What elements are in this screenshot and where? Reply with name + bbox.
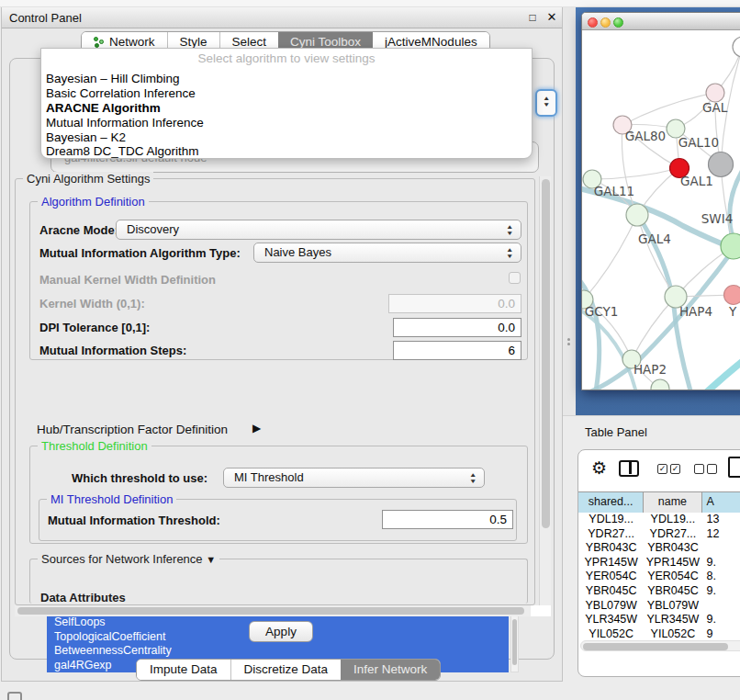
network-node[interactable] xyxy=(706,84,724,102)
combo-stepper-icon: ▲▼ xyxy=(506,223,514,236)
cyni-algorithm-settings-group: Cyni Algorithm Settings Algorithm Defini… xyxy=(15,178,535,605)
table-cell: YDL19... xyxy=(578,513,644,527)
algorithm-dropdown-popup: Select algorithm to view settings Bayesi… xyxy=(40,48,533,159)
algorithm-definition-group: Algorithm Definition Aracne Mode: Discov… xyxy=(29,201,528,360)
which-threshold-combo[interactable]: MI Threshold ▲▼ xyxy=(223,468,485,488)
which-threshold-label: Which threshold to use: xyxy=(72,471,207,485)
gear-icon[interactable]: ⚙ xyxy=(591,457,607,479)
splitter-handle[interactable] xyxy=(567,338,571,347)
mi-type-combo[interactable]: Naive Bayes ▲▼ xyxy=(253,243,521,263)
algorithm-option[interactable]: Mutual Information Inference xyxy=(44,116,529,130)
table-row[interactable]: YBR043CYBR043C xyxy=(578,541,740,556)
tab-discretize-data[interactable]: Discretize Data xyxy=(230,660,342,680)
network-node[interactable] xyxy=(733,37,740,57)
network-edge xyxy=(584,215,637,299)
close-traffic-light[interactable] xyxy=(588,17,598,28)
table-cell: YLR345W xyxy=(644,613,701,627)
table-horizontal-scrollbar[interactable] xyxy=(580,640,740,651)
kernel-width-label: Kernel Width (0,1): xyxy=(39,297,145,310)
algorithm-definition-title: Algorithm Definition xyxy=(38,195,149,209)
apply-button[interactable]: Apply xyxy=(249,621,313,642)
network-node[interactable] xyxy=(709,152,734,177)
algorithm-option[interactable]: Bayesian – K2 xyxy=(44,130,529,145)
settings-vertical-scrollbar[interactable] xyxy=(539,176,551,605)
network-view-window[interactable]: GALGAL80GAL10GAL1GAL11GAL4SWI4GCY1HAP4YH… xyxy=(581,12,740,390)
mi-steps-input[interactable]: 6 xyxy=(393,341,521,360)
algorithm-option[interactable]: Dream8 DC_TDC Algorithm xyxy=(44,144,529,159)
table-row[interactable]: YPR145WYPR145W9. xyxy=(578,556,740,570)
algorithm-option[interactable]: Basic Correlation Inference xyxy=(44,86,529,101)
settings-horizontal-scrollbar[interactable] xyxy=(15,605,551,616)
network-node[interactable] xyxy=(724,286,740,305)
network-node-label: GAL4 xyxy=(638,231,671,246)
network-node[interactable] xyxy=(651,379,669,390)
panel-divider xyxy=(563,7,576,415)
threshold-definition-title: Threshold Definition xyxy=(38,439,151,453)
data-attribute-item[interactable]: BetweennessCentrality xyxy=(47,644,509,659)
table-row[interactable]: YIL052CYIL052C9 xyxy=(578,627,740,638)
node-table-card: ⚙ ✓✓ shared...nameA YDL19...YDL19...13YD… xyxy=(577,449,740,677)
mi-threshold-input[interactable]: 0.5 xyxy=(382,510,513,529)
close-icon[interactable]: ✕ xyxy=(544,10,559,25)
table-cell: YDR27... xyxy=(644,527,701,542)
mi-threshold-label: Mutual Information Threshold: xyxy=(48,514,220,527)
table-cell: YPR145W xyxy=(644,556,701,570)
minimize-traffic-light[interactable] xyxy=(600,17,611,28)
expand-right-icon[interactable]: ▶ xyxy=(252,422,261,435)
mi-type-value: Naive Bayes xyxy=(264,245,331,259)
tab-infer-network[interactable]: Infer Network xyxy=(341,660,440,680)
table-cell: YIL052C xyxy=(644,627,701,638)
table-row[interactable]: YER054CYER054C8. xyxy=(578,570,740,584)
network-node[interactable] xyxy=(721,233,740,259)
algorithm-combo-focused-edge[interactable]: ▲▼ xyxy=(535,89,557,117)
sources-group-title[interactable]: Sources for Network Inference ▼ xyxy=(38,552,219,566)
table-column-header[interactable]: name xyxy=(644,492,701,513)
tab-impute-data[interactable]: Impute Data xyxy=(137,660,230,680)
algorithm-option[interactable]: ARACNE Algorithm xyxy=(44,101,529,116)
zoom-traffic-light[interactable] xyxy=(613,17,623,28)
network-node-label: SWI4 xyxy=(701,211,734,226)
network-node[interactable] xyxy=(626,204,648,226)
aracne-mode-combo[interactable]: Discovery ▲▼ xyxy=(116,220,521,240)
table-column-header[interactable]: A xyxy=(702,492,740,513)
table-row[interactable]: YDL19...YDL19...13 xyxy=(578,513,740,527)
table-column-header[interactable]: shared... xyxy=(578,492,644,513)
table-cell: YBR045C xyxy=(644,584,701,599)
table-cell: 13 xyxy=(702,513,740,527)
network-node-label: HAP4 xyxy=(679,304,712,319)
export-table-icon[interactable] xyxy=(728,457,740,478)
control-panel-title: Control Panel xyxy=(9,11,82,25)
aracne-mode-value: Discovery xyxy=(127,222,179,236)
table-row[interactable]: YBR045CYBR045C9. xyxy=(578,584,740,599)
network-node-label: GAL1 xyxy=(680,174,713,188)
columns-icon[interactable] xyxy=(619,460,639,477)
minimized-panel-icon[interactable] xyxy=(7,692,22,700)
kernel-width-input[interactable]: 0.0 xyxy=(388,294,521,313)
table-cell: YBR043C xyxy=(644,541,701,556)
mi-threshold-definition-title: MI Threshold Definition xyxy=(47,492,176,506)
table-cell xyxy=(702,541,740,556)
top-strip xyxy=(0,0,740,7)
data-attributes-label: Data Attributes xyxy=(40,591,126,604)
app-screen: Control Panel □ ✕ Network Style Select C… xyxy=(0,0,740,700)
table-row[interactable]: YDR27...YDR27...12 xyxy=(578,527,740,542)
table-row[interactable]: YBL079WYBL079W xyxy=(578,599,740,614)
table-body: YDL19...YDL19...13YDR27...YDR27...12YBR0… xyxy=(578,513,740,638)
table-cell: 9. xyxy=(702,556,740,570)
select-all-checks-icon[interactable]: ✓✓ xyxy=(657,464,680,474)
network-icon xyxy=(94,37,105,48)
algorithm-popup-list: Bayesian – Hill ClimbingBasic Correlatio… xyxy=(44,72,529,159)
combo-stepper-icon: ▲▼ xyxy=(506,246,514,259)
manual-kernel-checkbox[interactable] xyxy=(509,272,521,284)
algorithm-option[interactable]: Bayesian – Hill Climbing xyxy=(44,72,529,86)
network-canvas[interactable]: GALGAL80GAL10GAL1GAL11GAL4SWI4GCY1HAP4YH… xyxy=(582,31,740,390)
network-window-titlebar[interactable] xyxy=(582,13,740,30)
dpi-tolerance-input[interactable]: 0.0 xyxy=(393,318,521,337)
clear-all-checks-icon[interactable] xyxy=(694,464,717,474)
table-row[interactable]: YLR345WYLR345W9. xyxy=(578,613,740,627)
attributes-scrollbar[interactable] xyxy=(510,615,519,672)
combo-stepper-icon: ▲▼ xyxy=(543,95,551,107)
hub-section-label[interactable]: Hub/Transcription Factor Definition xyxy=(37,423,228,436)
table-cell: YDL19... xyxy=(644,513,701,527)
float-window-icon[interactable]: □ xyxy=(525,10,540,25)
